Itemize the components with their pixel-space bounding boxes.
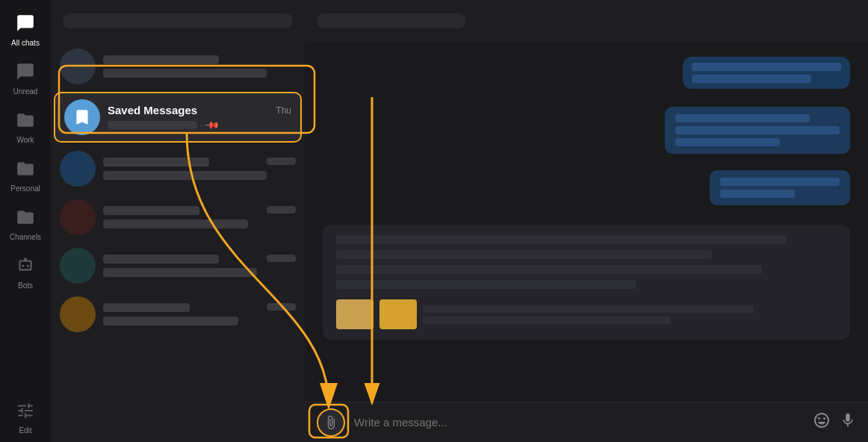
folder-personal-icon: [16, 159, 35, 181]
chat-list-item-3[interactable]: [51, 193, 305, 241]
attach-button[interactable]: [317, 408, 345, 437]
pin-icon: 📌: [204, 117, 220, 131]
avatar-blurred-2: [60, 151, 96, 187]
message-bubble-1: [683, 57, 850, 89]
avatar-blurred-1: [60, 49, 96, 84]
nav-item-bots[interactable]: Bots: [0, 249, 51, 297]
main-content: [305, 0, 868, 442]
bot-icon: [16, 256, 35, 278]
nav-item-unread[interactable]: Unread: [0, 55, 51, 103]
nav-label-edit: Edit: [19, 426, 31, 435]
saved-messages-header: Saved Messages Thu: [108, 104, 291, 116]
nav-label-personal: Personal: [10, 184, 40, 193]
nav-item-channels[interactable]: Channels: [0, 200, 51, 249]
chat-preview-blurred-5: [103, 303, 296, 326]
chat-list-item-2[interactable]: [51, 144, 305, 193]
chat-preview-blurred-3: [103, 206, 296, 228]
nav-item-personal[interactable]: Personal: [0, 152, 51, 200]
nav-item-work[interactable]: Work: [0, 103, 51, 152]
folder-channels-icon: [16, 208, 35, 230]
avatar-blurred-4: [60, 248, 96, 284]
preview-text-blurred: [108, 121, 197, 129]
sliders-icon: [16, 401, 35, 423]
nav-bar: All chats Unread Work Personal: [0, 0, 51, 442]
saved-messages-preview: · 📌: [108, 119, 291, 131]
nav-label-work: Work: [16, 136, 34, 144]
saved-messages-time: Thu: [276, 105, 291, 116]
nav-item-edit[interactable]: Edit: [0, 393, 51, 442]
blurred-section-1: [323, 107, 850, 154]
avatar-blurred-5: [60, 296, 96, 332]
chat-preview-blurred-1: [103, 55, 296, 78]
saved-messages-name: Saved Messages: [108, 104, 197, 116]
nav-label-bots: Bots: [18, 281, 33, 290]
chat-preview-blurred-4: [103, 255, 296, 277]
message-row-1: [323, 57, 850, 89]
microphone-button[interactable]: [840, 412, 856, 432]
main-header: [305, 0, 868, 42]
nav-label-channels: Channels: [10, 233, 41, 241]
saved-messages-chat-item[interactable]: Saved Messages Thu · 📌: [54, 92, 302, 143]
chat-list-item-blurred-top[interactable]: [51, 42, 305, 90]
dot-separator: ·: [200, 119, 203, 131]
main-header-blurred: [317, 13, 466, 28]
folder-work-icon: [16, 110, 35, 133]
chat-unread-icon: [16, 62, 35, 84]
emoji-button[interactable]: [813, 411, 831, 434]
saved-messages-info: Saved Messages Thu · 📌: [108, 104, 291, 131]
blurred-section-3: [323, 225, 850, 340]
chat-list: Saved Messages Thu · 📌: [51, 0, 305, 442]
chat-bubble-icon: [16, 13, 35, 36]
chat-preview-blurred-2: [103, 158, 296, 180]
nav-label-all-chats: All chats: [11, 39, 40, 47]
message-input-bar: [305, 402, 868, 442]
chat-list-search-bar: [63, 13, 293, 28]
svg-point-1: [27, 264, 29, 267]
chat-list-item-4[interactable]: [51, 241, 305, 290]
avatar-blurred-3: [60, 199, 96, 235]
nav-label-unread: Unread: [13, 87, 38, 96]
chat-list-header: [51, 0, 305, 42]
blurred-section-2: [323, 170, 850, 205]
svg-point-0: [22, 264, 24, 267]
messages-area: [305, 42, 868, 402]
nav-item-all-chats[interactable]: All chats: [0, 6, 51, 55]
saved-messages-avatar: [64, 99, 100, 135]
message-text-input[interactable]: [354, 416, 804, 429]
chat-list-item-5[interactable]: [51, 290, 305, 338]
